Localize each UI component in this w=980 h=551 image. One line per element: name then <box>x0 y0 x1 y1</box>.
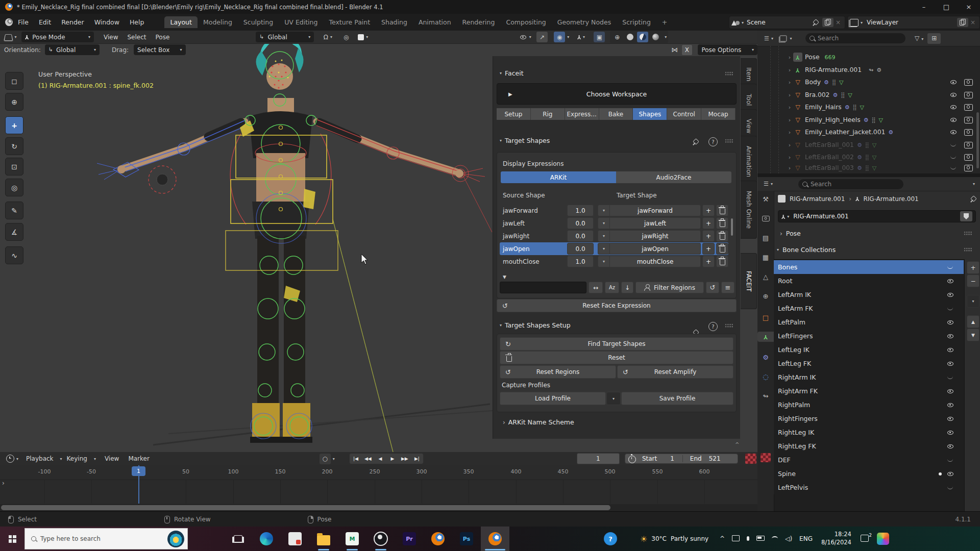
shading-rendered-icon[interactable] <box>650 32 661 42</box>
timeline-view-menu[interactable]: View <box>100 455 124 462</box>
pose-panel-header[interactable]: ›Pose <box>778 230 801 237</box>
current-frame-field[interactable]: 1 <box>577 453 620 464</box>
move-tool[interactable]: + <box>5 116 23 134</box>
list-scrollbar[interactable] <box>731 218 733 236</box>
target-dropdown-icon[interactable]: ▾ <box>598 230 610 242</box>
scale-tool[interactable]: ⊡ <box>5 158 23 176</box>
shading-dropdown-icon[interactable]: ▾ <box>665 35 667 39</box>
bone-collection-row[interactable]: DEF <box>774 453 964 467</box>
annotate-tool[interactable]: ✎ <box>5 202 23 219</box>
view-menu[interactable]: View <box>99 34 122 41</box>
play-button[interactable]: ▶ <box>386 454 399 464</box>
tray-expand-icon[interactable]: ^ <box>720 535 725 542</box>
battery-tray-icon[interactable] <box>756 535 765 542</box>
hide-icon[interactable] <box>950 141 958 148</box>
timeline-editor-icon[interactable]: ▾ <box>3 454 21 464</box>
tab-object-data-icon[interactable] <box>757 332 774 342</box>
engine-arkit[interactable]: ARKit <box>501 171 616 183</box>
bone-collections-grip-icon[interactable] <box>964 247 972 252</box>
bone-collection-row[interactable]: LeftLeg IK <box>774 343 964 357</box>
workspace-tab-texture-paint[interactable]: Texture Paint <box>323 16 376 28</box>
menu-edit[interactable]: Edit <box>34 18 56 26</box>
shading-solid-icon[interactable] <box>624 32 635 42</box>
hide-icon[interactable] <box>950 91 958 98</box>
remove-collection-button[interactable]: − <box>967 274 979 287</box>
menu-file[interactable]: File <box>13 18 34 26</box>
tab-rig[interactable]: Rig <box>531 108 565 120</box>
tab-viewlayer-icon[interactable]: ▦ <box>761 252 771 262</box>
workspace-tab-geometry-nodes[interactable]: Geometry Nodes <box>552 16 617 28</box>
bing-daily-icon[interactable] <box>167 531 184 547</box>
blender-pinned-icon[interactable] <box>424 527 452 551</box>
collection-visibility-icon[interactable] <box>947 264 954 271</box>
tab-mocap[interactable]: Mocap <box>701 108 736 120</box>
volume-tray-icon[interactable]: ◁) <box>785 535 792 542</box>
render-visibility-icon[interactable] <box>964 154 973 161</box>
filter-menu-icon[interactable]: ≡ <box>721 282 734 293</box>
bone-collection-row[interactable]: Root <box>774 274 964 288</box>
auto-key-icon[interactable]: ○ <box>320 454 331 464</box>
shading-material-icon[interactable] <box>637 32 648 42</box>
jump-to-start-button[interactable]: |◀ <box>350 454 362 464</box>
outliner-row-armature[interactable]: › RIG-Armature.001 ↬ ⚙ <box>757 64 980 76</box>
pose-options-dropdown[interactable]: Pose Options ▾ <box>698 44 757 55</box>
remove-target-button[interactable] <box>716 230 728 242</box>
timeline-expand-icon[interactable]: › <box>2 480 5 487</box>
unlink-scene-icon[interactable]: × <box>834 19 843 26</box>
measure-tool[interactable]: ∡ <box>5 223 23 241</box>
bone-collection-row[interactable]: RightArm IK <box>774 370 964 384</box>
tab-object-icon[interactable]: □ <box>761 312 771 322</box>
viewlayer-name[interactable]: ViewLayer <box>867 19 898 26</box>
bone-collection-row-spine[interactable]: Spine <box>774 467 964 481</box>
keying-menu[interactable]: Keying <box>62 455 92 462</box>
breadcrumb-pin-icon[interactable] <box>971 196 977 202</box>
falloff-icon[interactable]: ▾ <box>354 32 372 42</box>
remove-target-button[interactable] <box>716 243 728 255</box>
extra-tool[interactable]: ∿ <box>5 246 23 264</box>
mirror-x-button[interactable]: X <box>681 44 693 56</box>
outliner-row-pose[interactable]: › Pose 669 <box>757 51 980 63</box>
panel-resize-icon[interactable]: ^ <box>735 442 739 447</box>
remove-target-button[interactable] <box>716 256 728 267</box>
arkit-name-scheme-header[interactable]: ›ARKit Name Scheme <box>501 418 574 426</box>
copy-scene-button[interactable] <box>822 18 834 27</box>
render-visibility-icon[interactable] <box>964 79 973 86</box>
remove-target-button[interactable] <box>716 205 728 216</box>
properties-options-icon[interactable]: ▾ <box>973 182 975 186</box>
xray-toggle-icon[interactable]: ▣ <box>594 32 605 42</box>
properties-search-field[interactable]: Search <box>798 179 903 189</box>
target-shapes-pin-icon[interactable] <box>693 139 699 145</box>
select-box-tool[interactable]: ◻ <box>5 72 23 90</box>
weather-widget[interactable]: ☀ 30°C Partly sunny <box>640 534 708 544</box>
render-visibility-icon[interactable] <box>964 142 973 148</box>
hide-icon[interactable] <box>950 104 958 111</box>
profile-dropdown-icon[interactable]: ▾ <box>606 392 621 405</box>
menu-window[interactable]: Window <box>89 18 125 26</box>
color-app-icon[interactable] <box>873 527 893 551</box>
viewlayer-selector[interactable]: ▾ ViewLayer × <box>847 16 980 29</box>
sort-alpha-icon[interactable]: Az <box>605 282 619 293</box>
bone-collection-row[interactable]: LeftFingers <box>774 329 964 343</box>
tab-output-icon[interactable]: ▤ <box>761 233 771 243</box>
menu-help[interactable]: Help <box>125 18 150 26</box>
workspace-tab-rendering[interactable]: Rendering <box>457 16 501 28</box>
show-gizmo-icon[interactable]: ▾ <box>516 32 534 42</box>
add-target-button[interactable]: + <box>702 230 715 242</box>
breadcrumb-data[interactable]: RIG-Armature.001 <box>863 195 918 203</box>
setup-help-icon[interactable]: ? <box>708 322 718 331</box>
workspace-tab-layout[interactable]: Layout <box>164 16 198 28</box>
render-visibility-icon[interactable] <box>964 129 973 136</box>
playback-menu[interactable]: Playback <box>21 455 58 462</box>
shape-value-field[interactable]: 1.0 <box>567 256 594 267</box>
tab-tool-icon[interactable]: ⚒ <box>761 194 771 204</box>
outliner-row-mesh[interactable]: ›▽ Bra.002 ⚙⣿▽ <box>757 89 980 101</box>
next-keyframe-button[interactable]: ▶▶ <box>399 454 411 464</box>
load-profile-button[interactable]: Load Profile <box>500 392 606 405</box>
render-visibility-icon[interactable] <box>964 92 973 98</box>
workspace-tab-compositing[interactable]: Compositing <box>500 16 551 28</box>
outliner-editor-icon[interactable]: ☰▾ <box>761 33 777 44</box>
bone-collection-row[interactable]: LeftLeg FK <box>774 357 964 370</box>
remove-target-button[interactable] <box>716 217 728 229</box>
cursor-tool[interactable]: ⊕ <box>5 93 23 111</box>
target-shape-field[interactable]: jawRight <box>610 230 701 242</box>
